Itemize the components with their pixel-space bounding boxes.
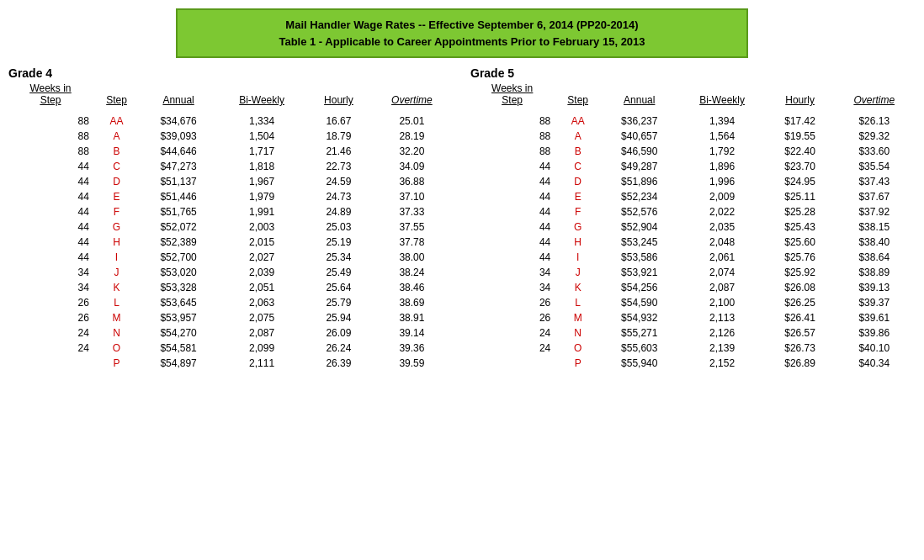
grade4-body: 88AA$34,6761,33416.6725.0188A$39,0931,50… <box>8 114 454 371</box>
grade5-section: Grade 5 Weeks inStep Step Annual Bi-Week… <box>470 66 916 371</box>
table-row: 34K$53,3282,05125.6438.46 <box>8 280 454 295</box>
table-row: 44G$52,0722,00325.0337.55 <box>8 219 454 235</box>
table-row: 26L$54,5902,100$26.25$39.37 <box>470 295 916 310</box>
table-row: 44H$53,2452,048$25.60$38.40 <box>470 235 916 250</box>
table-row: 44C$47,2731,81822.7334.09 <box>8 159 454 174</box>
grade5-col-biweekly: Bi-Weekly <box>677 82 767 107</box>
grade5-col-step: Step <box>554 82 602 107</box>
table-row: 88AA$34,6761,33416.6725.01 <box>8 114 454 129</box>
grade5-table: Weeks inStep Step Annual Bi-Weekly Hourl… <box>470 82 916 371</box>
table-row: 44E$52,2342,009$25.11$37.67 <box>470 189 916 204</box>
table-row: 88B$46,5901,792$22.40$33.60 <box>470 144 916 159</box>
grade4-title: Grade 4 <box>8 66 454 80</box>
table-row: 24N$55,2712,126$26.57$39.86 <box>470 325 916 341</box>
table-row: 88A$40,6571,564$19.55$29.32 <box>470 129 916 144</box>
table-row: 44F$51,7651,99124.8937.33 <box>8 204 454 219</box>
table-row: 44C$49,2871,896$23.70$35.54 <box>470 159 916 174</box>
table-row: 44I$52,7002,02725.3438.00 <box>8 250 454 265</box>
table-row: 24N$54,2702,08726.0939.14 <box>8 325 454 341</box>
table-row: 44G$52,9042,035$25.43$38.15 <box>470 219 916 235</box>
table-row: 26M$53,9572,07525.9438.91 <box>8 310 454 325</box>
table-row: 44D$51,1371,96724.5936.88 <box>8 174 454 189</box>
header-line2: Table 1 - Applicable to Career Appointme… <box>186 34 738 50</box>
table-row: P$55,9402,152$26.89$40.34 <box>470 356 916 371</box>
grade5-title: Grade 5 <box>470 66 916 80</box>
grade5-col-overtime: Overtime <box>832 82 916 107</box>
table-row: 44E$51,4461,97924.7337.10 <box>8 189 454 204</box>
table-row: 44I$53,5862,061$25.76$38.64 <box>470 250 916 265</box>
table-row: 24O$55,6032,139$26.73$40.10 <box>470 341 916 356</box>
grade4-table: Weeks inStep Step Annual Bi-Weekly Hourl… <box>8 82 454 371</box>
table-row: 34K$54,2562,087$26.08$39.13 <box>470 280 916 295</box>
table-row: 26M$54,9322,113$26.41$39.61 <box>470 310 916 325</box>
table-row: 44F$52,5762,022$25.28$37.92 <box>470 204 916 219</box>
grade5-col-hourly: Hourly <box>767 82 833 107</box>
grade5-header-row: Weeks inStep Step Annual Bi-Weekly Hourl… <box>470 82 916 107</box>
header-banner: Mail Handler Wage Rates -- Effective Sep… <box>176 8 748 58</box>
table-row: 44H$52,3892,01525.1937.78 <box>8 235 454 250</box>
grade4-col-annual: Annual <box>141 82 216 107</box>
table-row: 26L$53,6452,06325.7938.69 <box>8 295 454 310</box>
header-line1: Mail Handler Wage Rates -- Effective Sep… <box>186 17 738 34</box>
table-row: 88AA$36,2371,394$17.42$26.13 <box>470 114 916 129</box>
grade5-body: 88AA$36,2371,394$17.42$26.1388A$40,6571,… <box>470 114 916 371</box>
table-row: 34J$53,0202,03925.4938.24 <box>8 265 454 280</box>
grade4-col-weeks: Weeks inStep <box>8 82 93 107</box>
grade4-section: Grade 4 Weeks inStep Step Annual Bi-Week… <box>8 66 454 371</box>
grade4-col-step: Step <box>93 82 141 107</box>
table-row: P$54,8972,11126.3939.59 <box>8 356 454 371</box>
table-row: 34J$53,9212,074$25.92$38.89 <box>470 265 916 280</box>
table-row: 44D$51,8961,996$24.95$37.43 <box>470 174 916 189</box>
table-row: 88B$44,6461,71721.4632.20 <box>8 144 454 159</box>
grade4-col-hourly: Hourly <box>307 82 370 107</box>
table-row: 24O$54,5812,09926.2439.36 <box>8 341 454 356</box>
grade4-col-biweekly: Bi-Weekly <box>216 82 307 107</box>
grade4-col-overtime: Overtime <box>370 82 454 107</box>
grade4-header-row: Weeks inStep Step Annual Bi-Weekly Hourl… <box>8 82 454 107</box>
grade5-col-annual: Annual <box>602 82 677 107</box>
grade5-col-weeks: Weeks inStep <box>470 82 554 107</box>
table-row: 88A$39,0931,50418.7928.19 <box>8 129 454 144</box>
